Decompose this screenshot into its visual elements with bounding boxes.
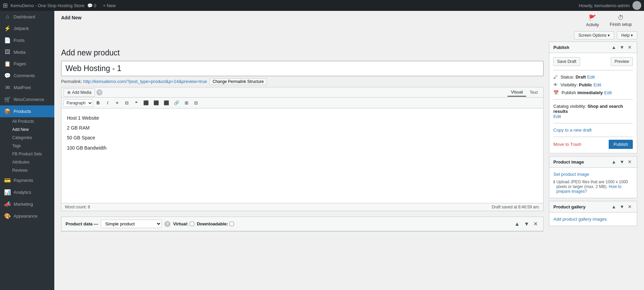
visibility-value: Public	[579, 82, 592, 87]
catalog-visibility-row: Catalog visibility: Shop and search resu…	[553, 102, 633, 120]
link-button[interactable]: 🔗	[172, 99, 181, 107]
sidebar-label-appearance: Appearance	[14, 214, 37, 219]
publish-time-edit-link[interactable]: Edit	[604, 90, 612, 95]
site-name[interactable]: KemuDemo - One Stop Hosting Store	[11, 3, 85, 8]
unordered-list-button[interactable]: ≡	[113, 99, 122, 107]
copy-draft-button[interactable]: Copy to a new draft	[553, 127, 592, 133]
visual-tab[interactable]: Visual	[508, 88, 526, 97]
downloadable-label-text: Downloadable:	[197, 221, 228, 226]
product-gallery-down[interactable]: ▼	[619, 204, 625, 209]
text-tab[interactable]: Text	[526, 88, 541, 97]
product-data-close-button[interactable]: ✕	[532, 221, 539, 227]
product-image-close[interactable]: ✕	[627, 159, 633, 165]
mailpoet-icon: ✉	[4, 84, 11, 91]
add-media-button[interactable]: ⊕ Add Media	[63, 88, 95, 97]
move-to-trash-button[interactable]: Move to Trash	[553, 142, 581, 147]
status-icon: 🖊	[553, 74, 558, 80]
sidebar-item-appearance[interactable]: 🎨 Appearance	[0, 210, 54, 222]
product-gallery-up[interactable]: ▲	[610, 204, 617, 209]
align-center-button[interactable]: ⬛	[151, 99, 161, 107]
sidebar-item-attributes[interactable]: Attributes	[0, 158, 54, 166]
fullscreen-button[interactable]: ⊟	[191, 99, 200, 107]
sidebar-item-reviews[interactable]: Reviews	[0, 166, 54, 174]
help-button[interactable]: Help ▾	[617, 31, 637, 39]
sidebar-item-comments[interactable]: 💬 Comments	[0, 70, 54, 82]
sidebar-item-products[interactable]: 📦 Products	[0, 105, 54, 117]
catalog-visibility-edit-link[interactable]: Edit	[553, 114, 561, 119]
sidebar-item-pages[interactable]: 📋 Pages	[0, 58, 54, 70]
paragraph-select[interactable]: Paragraph	[63, 99, 93, 107]
status-edit-link[interactable]: Edit	[587, 74, 595, 80]
payments-icon: 💳	[4, 177, 11, 184]
sidebar-item-dashboard[interactable]: ⌂ Dashboard	[0, 11, 54, 22]
activity-button[interactable]: 🚩 Activity	[581, 12, 604, 29]
content-area: Add new product Permalink: http://kemude…	[54, 41, 644, 238]
product-gallery-close[interactable]: ✕	[627, 204, 633, 209]
separator-1	[553, 70, 633, 70]
add-gallery-link[interactable]: Add product gallery images	[553, 217, 607, 222]
change-permalink-button[interactable]: Change Permalink Structure	[209, 78, 267, 85]
sidebar-item-all-products[interactable]: All Products	[0, 117, 54, 125]
comment-count-btn[interactable]: 💬 0	[85, 3, 99, 8]
sidebar-item-marketing[interactable]: 📣 Marketing	[0, 198, 54, 210]
wp-logo-icon[interactable]: ⊞	[3, 2, 8, 9]
screen-options-button[interactable]: Screen Options ▾	[574, 31, 614, 39]
sidebar-item-mailpoet[interactable]: ✉ MailPoet	[0, 82, 54, 93]
sidebar-item-posts[interactable]: 📄 Posts	[0, 34, 54, 46]
sidebar-item-fb-product-sets[interactable]: FB Product Sets	[0, 150, 54, 158]
product-data-section: Product data — Simple product Grouped pr…	[61, 217, 544, 232]
more-button[interactable]: ⊞	[182, 99, 191, 107]
align-right-button[interactable]: ⬛	[162, 99, 171, 107]
woocommerce-icon: 🛒	[4, 96, 11, 103]
visibility-row: 👁 Visibility: Public Edit	[553, 81, 633, 89]
howdy-label: Howdy, kemudemo-admin	[579, 3, 630, 8]
comments-icon: 💬	[4, 72, 11, 79]
permalink-url[interactable]: http://kemudemo.com/?post_type=product&p…	[83, 79, 207, 84]
product-gallery-controls: ▲ ▼ ✕	[610, 204, 633, 209]
preview-button[interactable]: Preview	[611, 57, 633, 66]
set-product-image-link[interactable]: Set product image	[553, 172, 589, 177]
sidebar-item-media[interactable]: 🖼 Media	[0, 46, 54, 58]
publish-button[interactable]: Publish	[609, 140, 633, 149]
admin-menu: ⌂ Dashboard ⚡ Jetpack 📄 Posts 🖼 Media 📋 …	[0, 11, 54, 290]
product-image-down[interactable]: ▼	[619, 159, 625, 165]
publish-collapse-up[interactable]: ▲	[610, 45, 617, 50]
sidebar-item-tags[interactable]: Tags	[0, 142, 54, 150]
appearance-icon: 🎨	[4, 213, 11, 219]
product-image-title: Product image	[553, 159, 584, 165]
align-left-button[interactable]: ⬛	[141, 99, 151, 107]
editor-body[interactable]: Host 1 Website 2 GB RAM 50 GB Space 100 …	[61, 108, 544, 203]
ordered-list-button[interactable]: ⊟	[122, 99, 131, 107]
virtual-checkbox[interactable]	[190, 222, 194, 226]
product-data-help-icon[interactable]: ?	[164, 221, 170, 227]
new-content-btn[interactable]: + New	[100, 3, 118, 8]
visibility-edit-link[interactable]: Edit	[593, 82, 601, 87]
finish-setup-button[interactable]: ⏱ Finish setup	[604, 12, 637, 29]
separator-2	[553, 99, 633, 100]
blockquote-button[interactable]: ❝	[132, 99, 141, 107]
save-draft-button[interactable]: Save Draft	[553, 57, 580, 66]
sidebar-label-analytics: Analytics	[14, 190, 31, 195]
analytics-icon: 📊	[4, 189, 11, 195]
downloadable-checkbox[interactable]	[229, 222, 234, 226]
publish-close[interactable]: ✕	[627, 45, 633, 50]
upload-notice-text: Upload JPEG files that are 1000 x 1000 p…	[556, 180, 633, 194]
product-data-up-button[interactable]: ▲	[513, 221, 521, 227]
editor-help-icon[interactable]: ?	[96, 89, 103, 96]
product-title-input[interactable]	[61, 61, 544, 76]
bold-button[interactable]: B	[94, 99, 103, 107]
sidebar-item-categories[interactable]: Categories	[0, 134, 54, 142]
sidebar-item-jetpack[interactable]: ⚡ Jetpack	[0, 22, 54, 34]
italic-button[interactable]: I	[103, 99, 112, 107]
sidebar-item-woocommerce[interactable]: 🛒 WooCommerce	[0, 93, 54, 105]
add-media-icon: ⊕	[67, 90, 71, 95]
sidebar-item-analytics[interactable]: 📊 Analytics	[0, 186, 54, 198]
sidebar-item-payments[interactable]: 💳 Payments	[0, 174, 54, 186]
product-image-up[interactable]: ▲	[610, 159, 617, 165]
product-type-select[interactable]: Simple product Grouped product External/…	[101, 220, 162, 228]
sidebar-item-add-new[interactable]: Add New	[0, 125, 54, 134]
publish-action-buttons: Save Draft Preview	[553, 57, 633, 66]
product-data-down-button[interactable]: ▼	[522, 221, 531, 227]
publish-collapse-down[interactable]: ▼	[619, 45, 625, 50]
permalink-bar: Permalink: http://kemudemo.com/?post_typ…	[61, 76, 544, 87]
